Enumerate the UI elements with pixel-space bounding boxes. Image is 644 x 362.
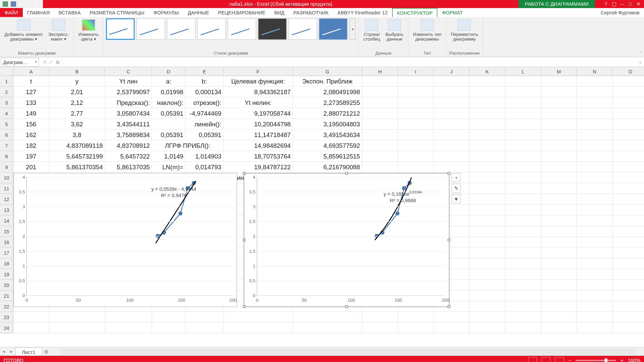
cell-G5[interactable]: 3,195004803 (293, 119, 362, 130)
worksheet-grid[interactable]: ABCDEFGHIJKLMNO 123456789101112131415161… (0, 67, 644, 347)
row-header-4[interactable]: 4 (0, 108, 13, 119)
cell-E5[interactable]: линейн(): (185, 119, 223, 130)
cell-B5[interactable]: 3,62 (49, 119, 105, 130)
cell-F8[interactable]: 18,70753764 (224, 151, 293, 162)
row-header-1[interactable]: 1 (0, 76, 13, 87)
cell-E3[interactable]: отрезок(): (185, 98, 223, 108)
row-header-22[interactable]: 22 (0, 301, 13, 312)
cell-A3[interactable]: 133 (13, 98, 49, 108)
tab-chart-format[interactable]: ФОРМАТ (438, 8, 468, 17)
cell-F9[interactable]: 19,84787122 (224, 162, 293, 173)
chart-linear[interactable]: 00,511,522,533,54050100150200 y = 0,0539… (13, 173, 237, 307)
row-header-18[interactable]: 18 (0, 258, 13, 269)
maximize-icon[interactable]: □ (627, 1, 633, 7)
select-data-button[interactable]: Выбратьданные (384, 18, 405, 43)
col-header-N[interactable]: N (577, 67, 613, 76)
cell-B4[interactable]: 2,77 (49, 108, 105, 119)
cell-B1[interactable]: y (49, 76, 105, 87)
row-header-7[interactable]: 7 (0, 140, 13, 151)
tab-abbyy[interactable]: ABBYY FineReader 12 (333, 8, 392, 17)
cell-B8[interactable]: 5,645732199 (49, 151, 105, 162)
tab-view[interactable]: ВИД (270, 8, 289, 17)
cell-D7[interactable]: ЛГРФ ПРИБЛ(): (152, 140, 223, 151)
cell-B7[interactable]: 4,837089118 (49, 140, 105, 151)
row-header-11[interactable]: 11 (0, 183, 13, 194)
chart-styles-gallery[interactable]: ▾ (106, 18, 356, 40)
cell-C6[interactable]: 3,75889834 (105, 130, 152, 140)
tab-insert[interactable]: ВСТАВКА (54, 8, 85, 17)
view-page-layout-button[interactable] (542, 357, 551, 362)
cell-F5[interactable]: 10,20044798 (224, 119, 293, 130)
col-header-I[interactable]: I (398, 67, 434, 76)
sheet-nav-prev[interactable]: ◄ (0, 349, 8, 354)
row-header-9[interactable]: 9 (0, 162, 13, 173)
row-header-6[interactable]: 6 (0, 130, 13, 140)
cell-C3[interactable]: Предсказ(): (105, 98, 152, 108)
zoom-slider[interactable] (576, 360, 616, 361)
col-header-A[interactable]: A (13, 67, 49, 76)
tab-chart-design[interactable]: КОНСТРУКТОР (392, 8, 438, 17)
row-header-10[interactable]: 10 (0, 173, 13, 183)
cell-G2[interactable]: 2,080491998 (293, 87, 362, 98)
row-header-13[interactable]: 13 (0, 205, 13, 216)
cell-E6[interactable]: 0,05391 (185, 130, 223, 140)
cell-A9[interactable]: 201 (13, 162, 49, 173)
row-header-5[interactable]: 5 (0, 119, 13, 130)
expand-formula-bar-button[interactable]: ⌄ (637, 59, 644, 65)
cell-G6[interactable]: 3,491543634 (293, 130, 362, 140)
cell-F3[interactable]: Yt нелин: (224, 98, 293, 108)
cell-A2[interactable]: 127 (13, 87, 49, 98)
col-header-H[interactable]: H (362, 67, 398, 76)
collapse-ribbon-button[interactable]: ˄ (640, 51, 642, 56)
cell-E4[interactable]: -4,9744469 (185, 108, 223, 119)
cell-A5[interactable]: 156 (13, 119, 49, 130)
row-header-2[interactable]: 2 (0, 87, 13, 98)
row-header-20[interactable]: 20 (0, 280, 13, 291)
cell-E2[interactable]: 0,000134 (185, 87, 223, 98)
view-normal-button[interactable] (528, 357, 537, 362)
cell-E1[interactable]: b: (185, 76, 223, 87)
cell-C8[interactable]: 5,6457322 (105, 151, 152, 162)
cell-D5[interactable] (152, 119, 185, 130)
user-name[interactable]: Сергей Фуртиков (596, 10, 644, 15)
zoom-level[interactable]: 160% (628, 358, 641, 362)
cell-D9[interactable]: LN(m)= (152, 162, 185, 173)
tab-file[interactable]: ФАЙЛ (0, 8, 22, 17)
cell-B2[interactable]: 2,01 (49, 87, 105, 98)
change-chart-type-button[interactable]: Изменить типдиаграммы (411, 18, 443, 43)
cell-F4[interactable]: 9,197058744 (224, 108, 293, 119)
cell-D3[interactable]: наклон(): (152, 98, 185, 108)
cell-G4[interactable]: 2,880721212 (293, 108, 362, 119)
cell-A8[interactable]: 197 (13, 151, 49, 162)
chart-style-6[interactable] (258, 18, 287, 40)
cell-D8[interactable]: 1,0149 (152, 151, 185, 162)
tab-page-layout[interactable]: РАЗМЕТКА СТРАНИЦЫ (85, 8, 149, 17)
chart-style-3[interactable] (167, 18, 196, 40)
cell-C5[interactable]: 3,43544111 (105, 119, 152, 130)
cell-A1[interactable]: t (13, 76, 49, 87)
cell-D6[interactable]: 0,05391 (152, 130, 185, 140)
tab-data[interactable]: ДАННЫЕ (183, 8, 213, 17)
tab-formulas[interactable]: ФОРМУЛЫ (149, 8, 183, 17)
chart-style-5[interactable] (228, 18, 256, 40)
col-header-J[interactable]: J (434, 67, 470, 76)
cell-C7[interactable]: 4,83708912 (105, 140, 152, 151)
chart-nonlinear[interactable]: 00,511,522,533,54050100150200 y = 0,1655… (244, 173, 449, 307)
new-sheet-button[interactable]: ⊕ (42, 348, 51, 355)
change-colors-button[interactable]: Изменитьцвета ▾ (76, 18, 100, 43)
cell-C1[interactable]: Yt лин (105, 76, 152, 87)
view-page-break-button[interactable] (555, 357, 564, 362)
add-chart-element-button[interactable]: Добавить элементдиаграммы ▾ (3, 18, 45, 43)
row-header-24[interactable]: 24 (0, 323, 13, 334)
cell-D4[interactable]: 0,05391 (152, 108, 185, 119)
chart-elements-button[interactable]: ＋ (452, 173, 461, 182)
cell-D1[interactable]: a: (152, 76, 185, 87)
col-header-K[interactable]: K (470, 67, 505, 76)
fx-icon[interactable]: fx (56, 59, 62, 65)
switch-row-col-button[interactable]: Строка/столбец (362, 18, 382, 43)
cancel-formula-icon[interactable]: ✕ (43, 59, 47, 65)
cell-A7[interactable]: 182 (13, 140, 49, 151)
horizontal-scrollbar[interactable] (60, 348, 637, 355)
row-header-23[interactable]: 23 (0, 312, 13, 323)
ribbon-options-icon[interactable]: ▢ (611, 1, 617, 7)
